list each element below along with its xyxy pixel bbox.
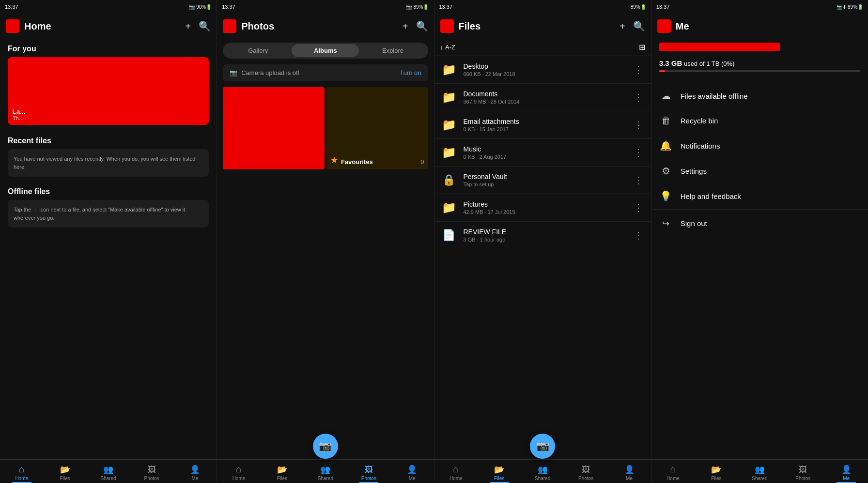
nav-home-label-3: Home [450,476,463,481]
file-meta-desktop: 660 KB · 22 Mar 2018 [464,71,632,77]
nav-me-2[interactable]: Me [390,460,434,483]
photos-title: Photos [241,21,395,32]
file-item-pictures[interactable]: Pictures 42.9 MB · 17 Jul 2015 ⋮ [434,194,651,222]
nav-shared-2[interactable]: Shared [304,460,347,483]
nav-me-3[interactable]: Me [607,460,651,483]
add-button-photos[interactable]: + [403,21,408,32]
nav-photos-1[interactable]: Photos [130,460,173,483]
status-bars: 13:37 📷90%🔋 13:37 📷89%🔋 13:37 89%🔋 13:37… [0,0,868,14]
nav-photos-2[interactable]: Photos [347,460,390,483]
upload-off-icon: 📷 [230,69,237,76]
time-4: 13:37 [656,4,670,10]
recent-files-title: Recent files [0,131,217,149]
nav-home-1[interactable]: Home [0,460,43,483]
trash-icon [659,115,673,126]
nav-me-1[interactable]: Me [173,460,217,483]
me-nav-icon-2 [407,464,417,475]
me-item-help[interactable]: Help and feedback [651,183,868,209]
photo-thumb-fav[interactable]: ★ Favourites 0 [326,87,428,169]
more-btn-email[interactable]: ⋮ [632,117,645,133]
more-btn-pictures[interactable]: ⋮ [632,200,645,215]
sort-label[interactable]: ↓ A-Z [440,44,639,51]
me-item-settings[interactable]: Settings [651,158,868,183]
nav-files-label-4: Files [711,476,721,481]
storage-container: 3.3 GB used of 1 TB (0%) [659,59,860,77]
file-item-music[interactable]: Music 0 KB · 2 Aug 2017 ⋮ [434,139,651,166]
more-btn-review[interactable]: ⋮ [632,227,645,243]
profile-bar [651,39,868,55]
search-button-home[interactable]: 🔍 [199,20,211,32]
home-nav-icon-1 [19,464,25,475]
me-item-recycle[interactable]: Recycle bin [651,108,868,133]
file-item-email[interactable]: Email attachments 0 KB · 15 Jan 2017 ⋮ [434,111,651,139]
photo-thumb-red[interactable] [223,87,325,169]
signout-label: Sign out [681,219,707,227]
camera-fab-files[interactable]: 📷 [530,434,555,459]
cloud-icon [659,90,673,102]
more-btn-documents[interactable]: ⋮ [632,90,645,105]
more-btn-vault[interactable]: ⋮ [632,172,645,188]
nav-files-1[interactable]: Files [43,460,86,483]
nav-shared-3[interactable]: Shared [521,460,564,483]
me-panel: Me 3.3 GB used of 1 TB (0%) Files availa… [651,14,868,459]
me-item-notifications[interactable]: Notifications [651,133,868,158]
fav-count: 0 [421,159,424,166]
nav-shared-label-2: Shared [318,476,333,481]
bulb-icon [659,190,673,202]
files-panel: Files + 🔍 ↓ A-Z ⊞ Desktop 660 KB · 22 Ma… [434,14,651,459]
file-name-desktop: Desktop [464,62,632,70]
tab-gallery[interactable]: Gallery [224,44,292,57]
upload-off-text: Camera upload is off [241,69,299,76]
nav-files-3[interactable]: Files [478,460,521,483]
more-btn-desktop[interactable]: ⋮ [632,62,645,77]
file-item-documents[interactable]: Documents 367.9 MB · 28 Oct 2014 ⋮ [434,84,651,111]
shared-nav-icon-1 [103,464,113,475]
add-button-files[interactable]: + [620,21,625,32]
file-item-desktop[interactable]: Desktop 660 KB · 22 Mar 2018 ⋮ [434,56,651,84]
offline-label: Files available offline [681,92,748,100]
grid-toggle-icon[interactable]: ⊞ [639,43,645,52]
nav-home-2[interactable]: Home [217,460,260,483]
time-3: 13:37 [439,4,453,10]
nav-photos-4[interactable]: Photos [781,460,824,483]
settings-label: Settings [681,167,707,175]
search-button-photos[interactable]: 🔍 [416,20,428,32]
file-name-music: Music [464,145,632,153]
photos-panel: Photos + 🔍 Gallery Albums Explore 📷 Came… [217,14,434,459]
camera-fab-photos[interactable]: 📷 [313,434,338,459]
nav-files-4[interactable]: Files [695,460,738,483]
nav-me-label-4: Me [843,476,850,481]
more-btn-music[interactable]: ⋮ [632,145,645,160]
home-nav-icon-3 [453,464,459,475]
nav-me-4[interactable]: Me [825,460,868,483]
photos-tab-bar: Gallery Albums Explore [223,43,428,59]
photos-nav-icon-3 [582,464,590,475]
folder-icon-email [440,116,458,134]
shared-nav-icon-4 [755,464,765,475]
nav-photos-label-1: Photos [144,476,159,481]
file-meta-review: 3 GB · 1 hour ago [464,237,632,242]
hero-caption: La... Th... [13,108,25,121]
file-item-vault[interactable]: 🔒 Personal Vault Tap to set up ⋮ [434,166,651,194]
nav-shared-1[interactable]: Shared [87,460,130,483]
nav-home-3[interactable]: Home [434,460,478,483]
file-item-review[interactable]: 📄 REVIEW FILE 3 GB · 1 hour ago ⋮ [434,222,651,249]
me-item-signout[interactable]: Sign out [651,211,868,236]
search-button-files[interactable]: 🔍 [633,20,645,32]
nav-files-2[interactable]: Files [261,460,304,483]
tab-explore[interactable]: Explore [359,44,426,57]
onedrive-icon-me [657,19,671,33]
nav-files-label-2: Files [277,476,287,481]
turn-on-button[interactable]: Turn on [400,69,421,76]
me-item-offline[interactable]: Files available offline [651,83,868,108]
nav-bars: Home Files Shared Photos Me 📷 Home Files [0,459,868,483]
nav-home-4[interactable]: Home [651,460,695,483]
onedrive-icon [6,19,19,33]
status-bar-4: 13:37 📷⬇89%🔋 [651,0,868,14]
tab-albums[interactable]: Albums [292,44,359,57]
nav-shared-4[interactable]: Shared [738,460,781,483]
add-button-home[interactable]: + [186,21,191,32]
nav-photos-3[interactable]: Photos [564,460,607,483]
onedrive-icon-files [440,19,454,33]
nav-shared-label-3: Shared [535,476,550,481]
